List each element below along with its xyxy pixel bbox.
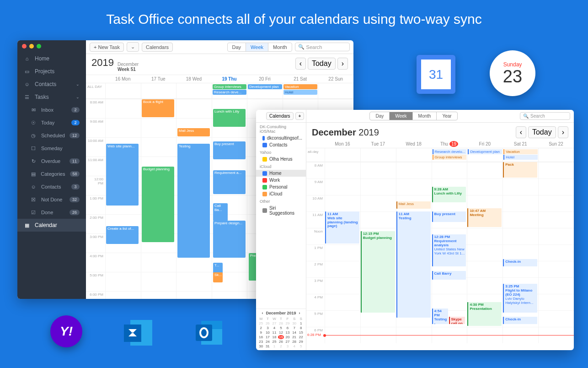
search-input[interactable]: 🔍Search: [295, 43, 350, 51]
view-segmented[interactable]: Day Week Month: [227, 43, 292, 52]
mini-day[interactable]: 8: [298, 326, 304, 330]
next-button[interactable]: ›: [337, 58, 348, 70]
mini-day[interactable]: 31: [265, 344, 271, 348]
calendar-item[interactable]: Personal: [256, 184, 306, 190]
event[interactable]: Check-in: [503, 259, 537, 266]
sidebar-item-task-contacts[interactable]: ☺Contacts3: [17, 180, 86, 193]
mini-day[interactable]: 11: [271, 330, 278, 335]
event[interactable]: 12:28 PMRequirement analysisUnited State…: [432, 234, 466, 266]
mini-day[interactable]: 6: [284, 326, 291, 330]
mini-day[interactable]: 2: [258, 326, 264, 330]
mini-day[interactable]: 4: [271, 326, 278, 330]
new-task-dropdown[interactable]: ⌄: [127, 42, 139, 52]
allday-event[interactable]: Group interviews: [433, 155, 467, 160]
next-button[interactable]: ›: [558, 126, 568, 138]
sidebar-item-categories[interactable]: ▤Categories58: [17, 168, 86, 180]
event[interactable]: Mail Jess: [177, 128, 210, 136]
sidebar-item-notdone[interactable]: ☒Not Done32: [17, 193, 86, 206]
sidebar-item-calendar[interactable]: ▦Calendar: [17, 219, 86, 232]
event[interactable]: Create a list of...: [106, 226, 139, 244]
event[interactable]: Pack: [503, 162, 537, 178]
mini-day[interactable]: 2: [278, 344, 284, 348]
prev-button[interactable]: ‹: [516, 126, 526, 138]
mini-day[interactable]: 20: [284, 335, 291, 339]
sidebar-item-tasks[interactable]: ☰Tasks⌄: [17, 91, 86, 103]
tab-month[interactable]: Month: [268, 43, 292, 51]
today-button[interactable]: Today: [308, 58, 336, 70]
sidebar-item-home[interactable]: ⌂Home: [17, 52, 86, 65]
event[interactable]: Mail Jess: [396, 201, 431, 209]
mini-day[interactable]: 10: [265, 330, 271, 335]
event[interactable]: Sk...: [213, 272, 223, 282]
mini-day[interactable]: 3: [284, 344, 291, 348]
mini-day[interactable]: 19: [278, 335, 284, 339]
calendars-button[interactable]: Calendars: [142, 43, 173, 52]
mini-next-button[interactable]: ›: [299, 311, 300, 315]
allday-event[interactable]: Group interviews: [213, 84, 247, 89]
checkbox-icon[interactable]: [262, 208, 267, 213]
event[interactable]: 9:28 AMLunch with Lilly: [432, 187, 466, 202]
checkbox-icon[interactable]: [262, 185, 267, 189]
sidebar-item-projects[interactable]: ▭Projects: [17, 65, 86, 78]
event[interactable]: Web site plann...: [106, 144, 139, 206]
add-button[interactable]: +: [295, 112, 305, 120]
sidebar-item-someday[interactable]: ☐Someday: [17, 142, 86, 155]
allday-event[interactable]: Development plan: [248, 84, 282, 89]
event[interactable]: 11 AMWeb site planning (landing page): [325, 211, 359, 244]
mini-day[interactable]: 21: [291, 335, 298, 339]
event[interactable]: Requirement a...: [213, 170, 246, 194]
tab-day[interactable]: Day: [370, 112, 390, 120]
allday-event[interactable]: Vacation: [503, 149, 538, 154]
sidebar-item-overdue[interactable]: ↻Overdue11: [17, 155, 86, 168]
calendar-item[interactable]: Olha Herus: [256, 156, 306, 162]
event[interactable]: Check-in: [503, 317, 537, 324]
event[interactable]: 11 AMTesting: [396, 211, 431, 318]
mini-day[interactable]: 28: [278, 321, 284, 325]
checkbox-icon[interactable]: [262, 192, 267, 196]
mini-day[interactable]: 22: [298, 335, 304, 339]
checkbox-icon[interactable]: [262, 157, 267, 162]
mini-day[interactable]: 29: [298, 340, 304, 344]
mini-day[interactable]: 24: [265, 340, 271, 344]
mini-day[interactable]: 29: [284, 321, 291, 325]
view-segmented[interactable]: Day Week Month Year: [369, 112, 457, 120]
sidebar-item-today[interactable]: ☉Today2: [17, 116, 86, 129]
checkbox-icon[interactable]: [262, 143, 267, 147]
calendar-item[interactable]: Home: [256, 170, 306, 177]
event[interactable]: 10:47 AMMeeting: [467, 208, 502, 227]
sidebar-item-done[interactable]: ☑Done26: [17, 206, 86, 219]
mini-day[interactable]: 3: [265, 326, 271, 330]
mini-day[interactable]: 30: [291, 321, 298, 325]
today-button[interactable]: Today: [528, 126, 556, 138]
allday-event[interactable]: Hotel: [283, 90, 318, 95]
event[interactable]: 12:15 PMBudget planning: [361, 231, 395, 313]
mini-day[interactable]: 26: [265, 321, 271, 325]
calendar-item[interactable]: Contacts: [256, 141, 306, 148]
allday-event[interactable]: Research develo...: [433, 149, 467, 154]
mini-day[interactable]: 23: [258, 340, 264, 344]
event[interactable]: Testing: [177, 144, 210, 258]
mini-day[interactable]: 25: [271, 340, 278, 344]
event[interactable]: Call Ba...: [213, 203, 228, 221]
mini-day[interactable]: 26: [278, 340, 284, 344]
mini-day[interactable]: 27: [271, 321, 278, 325]
calendar-item[interactable]: iCloud: [256, 190, 306, 197]
allday-event[interactable]: Vacation: [283, 84, 318, 89]
tab-week[interactable]: Week: [246, 43, 268, 51]
mini-day[interactable]: 5: [298, 344, 304, 348]
event[interactable]: 4:54 PMTesting - Round 1: [432, 308, 449, 324]
zoom-icon[interactable]: [37, 44, 41, 49]
checkbox-icon[interactable]: [262, 178, 267, 183]
mini-day[interactable]: 9: [258, 330, 264, 335]
mini-day[interactable]: 13: [284, 330, 291, 335]
close-icon[interactable]: [22, 44, 27, 49]
allday-event[interactable]: Development plan: [468, 149, 502, 154]
mini-day[interactable]: 7: [291, 326, 298, 330]
mini-day[interactable]: 12: [278, 330, 284, 335]
search-input[interactable]: 🔍Search: [520, 112, 570, 120]
event[interactable]: Buy present: [213, 141, 246, 159]
event[interactable]: Call Barry: [432, 271, 466, 280]
tab-month[interactable]: Month: [413, 112, 437, 120]
tab-week[interactable]: Week: [390, 112, 412, 120]
event[interactable]: Lunch with Lilly: [213, 109, 246, 127]
